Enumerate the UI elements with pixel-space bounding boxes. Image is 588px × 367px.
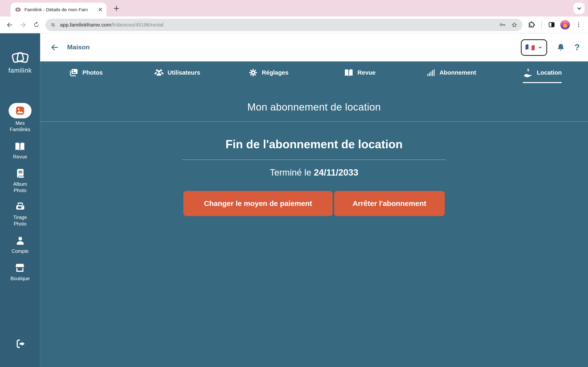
browser-menu-icon[interactable] (572, 18, 585, 31)
reload-button[interactable] (30, 18, 43, 31)
familink-app: familink Mes Familinks (0, 33, 588, 367)
sidebar: familink Mes Familinks (0, 33, 40, 367)
back-button[interactable] (3, 18, 16, 31)
tab-utilisateurs[interactable]: Utilisateurs (131, 68, 223, 83)
photos-icon (69, 68, 79, 77)
back-arrow-button[interactable] (50, 43, 59, 52)
familink-wordmark: familink (8, 67, 32, 75)
browser-window: Familink - Détails de mon Fam (0, 0, 588, 367)
tab-search-chevron-button[interactable] (573, 3, 585, 14)
person-icon (15, 235, 26, 247)
tab-revue[interactable]: Revue (314, 68, 405, 83)
french-flag-icon (525, 44, 535, 51)
page-title: Mon abonnement de location (40, 101, 588, 113)
hand-dollar-icon: $ (523, 68, 533, 77)
section-divider (40, 121, 588, 122)
sidebar-item-mes-familinks[interactable]: Mes Familinks (9, 103, 31, 133)
stop-subscription-button[interactable]: Arrêter l'abonnement (334, 191, 445, 216)
familink-logo: familink (8, 50, 32, 75)
app-header: Maison (40, 33, 588, 61)
sidebar-item-tirage-photo[interactable]: Tirage Photo (13, 202, 27, 227)
browser-tab[interactable]: Familink - Détails de mon Fam (10, 3, 106, 17)
extensions-icon[interactable] (525, 18, 537, 31)
album-book-icon (15, 168, 26, 179)
content-area: Photos Utilisateurs (40, 61, 588, 367)
rental-end-date: Terminé le 24/11/2033 (40, 167, 588, 178)
device-nav-tabs: Photos Utilisateurs (40, 61, 588, 83)
logout-button[interactable] (0, 338, 40, 349)
bookmark-star-icon[interactable] (511, 21, 518, 28)
open-book-icon (15, 141, 26, 152)
sidebar-item-compte[interactable]: Compte (11, 235, 29, 255)
password-key-icon[interactable] (499, 21, 506, 29)
printer-icon (15, 202, 26, 213)
site-info-icon[interactable] (50, 22, 56, 28)
users-icon (154, 68, 164, 77)
svg-text:$: $ (527, 68, 529, 72)
url-bar[interactable]: app.familinkframe.com/fr/devices/45196/r… (45, 18, 522, 31)
tab-location[interactable]: $ Location (497, 68, 588, 83)
gear-icon (248, 68, 258, 77)
main-panel: Maison (40, 33, 588, 367)
end-date-value: 24/11/2033 (314, 167, 358, 178)
sidebar-item-album-photo[interactable]: Album Photo (13, 168, 27, 194)
open-book-icon (344, 68, 354, 77)
photo-frame-icon (15, 106, 25, 116)
change-payment-button[interactable]: Changer le moyen de paiement (183, 191, 333, 216)
help-button[interactable]: ? (575, 43, 580, 52)
side-panel-icon[interactable] (545, 18, 558, 31)
tab-strip: Familink - Détails de mon Fam (0, 0, 588, 17)
language-select[interactable] (521, 39, 547, 56)
logout-icon (15, 338, 25, 349)
new-tab-button[interactable] (112, 4, 120, 12)
bell-icon (557, 43, 565, 52)
tab-reglages[interactable]: Réglages (223, 68, 314, 83)
tab-close-icon[interactable] (97, 6, 104, 13)
device-title: Maison (67, 43, 90, 51)
bar-chart-icon (426, 68, 436, 77)
tab-photos[interactable]: Photos (40, 68, 131, 83)
sub-divider (182, 159, 446, 160)
profile-avatar[interactable] (559, 18, 571, 31)
tab-title: Familink - Détails de mon Fam (24, 7, 93, 12)
sidebar-item-revue[interactable]: Revue (13, 141, 27, 160)
notifications-bell-button[interactable] (557, 43, 565, 52)
storefront-icon (15, 263, 26, 274)
chevron-down-icon (538, 45, 543, 50)
action-buttons: Changer le moyen de paiement Arrêter l'a… (40, 191, 588, 216)
browser-toolbar: app.familinkframe.com/fr/devices/45196/r… (0, 17, 588, 33)
favicon-familink (15, 7, 21, 12)
toolbar-divider (541, 21, 542, 29)
forward-button[interactable] (17, 18, 29, 31)
tab-abonnement[interactable]: Abonnement (406, 68, 497, 83)
rental-end-title: Fin de l'abonnement de location (40, 138, 588, 151)
active-item-pill (9, 103, 31, 118)
url-text[interactable]: app.familinkframe.com/fr/devices/45196/r… (60, 22, 164, 27)
sidebar-item-boutique[interactable]: Boutique (10, 263, 30, 282)
